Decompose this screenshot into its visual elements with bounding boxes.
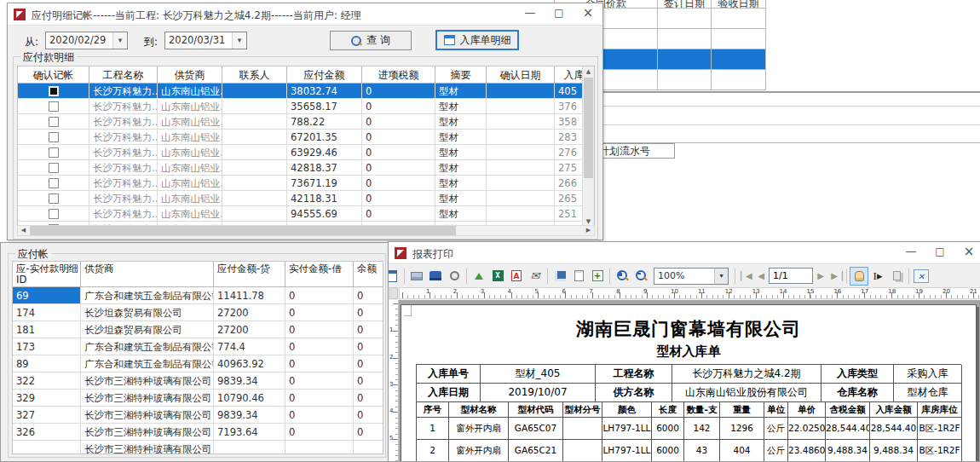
column-header[interactable]: 供货商 bbox=[81, 262, 214, 287]
table-row[interactable]: 174长沙坦森贸易有限公司2720000 bbox=[13, 304, 383, 321]
table-row[interactable]: 长沙万科魅力...山东南山铝业...42118.310型材265 bbox=[18, 191, 594, 206]
minimize-icon[interactable] bbox=[516, 3, 545, 24]
column-header[interactable]: 供货商 bbox=[158, 66, 222, 84]
scroll-right-icon[interactable] bbox=[583, 226, 594, 235]
zoom-out-icon[interactable] bbox=[631, 267, 650, 286]
cell-paid: 0 bbox=[285, 287, 354, 304]
design-icon[interactable] bbox=[389, 267, 401, 286]
title-bar[interactable]: 报表打印 bbox=[389, 242, 980, 264]
save-icon[interactable] bbox=[551, 267, 569, 286]
open-icon[interactable] bbox=[426, 267, 445, 286]
column-header[interactable]: 应付金额 bbox=[287, 66, 362, 84]
info-label: 入库日期 bbox=[417, 384, 481, 402]
cell-payable: 7193.64 bbox=[214, 424, 285, 441]
scroll-up-icon[interactable] bbox=[583, 66, 594, 77]
table-row[interactable]: 长沙万科魅力...山东南山铝业...35658.170型材376 bbox=[18, 99, 594, 114]
confirm-checkbox[interactable] bbox=[49, 132, 59, 142]
table-row[interactable]: 长沙市三湘特种玻璃有限公司 bbox=[13, 441, 383, 454]
table-row[interactable]: 181长沙坦森贸易有限公司2720000 bbox=[13, 321, 383, 338]
next-page-icon[interactable] bbox=[813, 269, 828, 284]
pan-hand-icon[interactable] bbox=[850, 267, 868, 286]
table-row[interactable]: 69广东合和建筑五金制品有限公司11411.7800 bbox=[13, 287, 383, 304]
from-label: 从: bbox=[25, 35, 38, 49]
confirm-checkbox[interactable] bbox=[49, 117, 59, 127]
table-row[interactable]: 89广东合和建筑五金制品有限公司40963.9200 bbox=[13, 355, 383, 372]
confirm-checkbox[interactable] bbox=[49, 101, 59, 112]
text-select-icon[interactable] bbox=[868, 267, 887, 286]
page-number-input[interactable] bbox=[769, 268, 813, 284]
query-button[interactable]: 查 询 bbox=[330, 31, 412, 50]
cell-payable: 40963.92 bbox=[214, 355, 285, 372]
close-icon[interactable] bbox=[954, 242, 980, 263]
copy-icon[interactable] bbox=[887, 267, 906, 286]
column-header[interactable]: 确认日期 bbox=[487, 66, 555, 84]
zoom-level-combo[interactable]: 100% bbox=[654, 268, 729, 285]
maximize-icon[interactable] bbox=[925, 242, 954, 263]
table-row[interactable]: 长沙万科魅力...山东南山铝业...63929.460型材276 bbox=[18, 145, 594, 160]
column-header[interactable]: 联系人 bbox=[222, 66, 287, 84]
page-setup-icon[interactable] bbox=[569, 267, 588, 286]
confirm-checkbox[interactable] bbox=[49, 178, 59, 188]
minimize-icon[interactable] bbox=[896, 242, 925, 263]
export-icon[interactable] bbox=[470, 267, 488, 286]
inbound-detail-button[interactable]: 入库单明细 bbox=[435, 30, 519, 50]
horizontal-scrollbar[interactable] bbox=[17, 225, 595, 236]
table-row[interactable]: 长沙万科魅力...山东南山铝业...67201.350型材283 bbox=[18, 130, 594, 145]
table-row[interactable]: 长沙万科魅力...山东南山铝业...42818.370型材275 bbox=[18, 160, 594, 176]
to-date-combo[interactable]: 2020/03/31 bbox=[164, 32, 247, 49]
column-header[interactable]: 应-实付款明细ID bbox=[13, 262, 81, 287]
column-header[interactable]: 实付金额-借 bbox=[285, 262, 354, 287]
confirm-checkbox[interactable] bbox=[49, 209, 59, 219]
last-page-icon[interactable] bbox=[828, 269, 844, 284]
settings-icon[interactable] bbox=[445, 267, 464, 286]
column-header[interactable]: 确认记帐 bbox=[18, 66, 89, 84]
zoom-level-value: 100% bbox=[654, 269, 714, 284]
chevron-down-icon[interactable] bbox=[112, 32, 127, 49]
previous-page-icon[interactable] bbox=[753, 269, 769, 284]
maximize-icon[interactable] bbox=[545, 3, 574, 24]
print-preview-area[interactable]: 12345 湖南巨晟门窗幕墙有限公司 型材入库单 入库单号型材_405工程名称长… bbox=[389, 300, 980, 461]
scroll-left-icon[interactable] bbox=[18, 226, 29, 235]
scrollbar-thumb[interactable] bbox=[30, 226, 456, 235]
chevron-down-icon[interactable] bbox=[232, 32, 246, 49]
table-row[interactable]: 173广东合和建筑五金制品有限公司774.400 bbox=[13, 338, 383, 355]
column-header[interactable]: 摘要 bbox=[435, 66, 487, 84]
cell: 窗外开内扇 bbox=[449, 440, 509, 461]
chevron-down-icon[interactable] bbox=[714, 269, 728, 284]
column-header[interactable]: 余额 bbox=[354, 262, 383, 287]
title-bar[interactable]: 应付明细记帐------当前工程: 长沙万科魅力之城4.2期------当前用户… bbox=[8, 3, 602, 26]
email-icon[interactable] bbox=[526, 267, 545, 286]
print-icon[interactable] bbox=[407, 267, 426, 286]
scrollbar-thumb[interactable] bbox=[584, 78, 593, 178]
close-icon[interactable] bbox=[574, 3, 602, 24]
confirm-checkbox[interactable] bbox=[49, 193, 59, 204]
confirm-checkbox[interactable] bbox=[49, 86, 59, 96]
table-row[interactable]: 长沙万科魅力...山东南山铝业...73671.190型材266 bbox=[18, 176, 594, 191]
table-row[interactable]: 长沙万科魅力...山东南山铝业...38032.740型材405 bbox=[18, 84, 594, 99]
confirm-checkbox[interactable] bbox=[49, 163, 59, 173]
confirm-checkbox[interactable] bbox=[49, 147, 59, 158]
table-row[interactable]: 322长沙市三湘特种玻璃有限公司9839.3400 bbox=[13, 372, 383, 390]
column-header[interactable]: 应付金额-贷 bbox=[214, 262, 285, 287]
ruler-number: 18 bbox=[888, 288, 896, 295]
pdf-export-icon[interactable] bbox=[507, 267, 526, 286]
close-preview-icon[interactable] bbox=[912, 267, 931, 286]
table-row[interactable]: 326长沙市三湘特种玻璃有限公司7193.6400 bbox=[13, 424, 383, 441]
zoom-in-icon[interactable] bbox=[613, 267, 631, 286]
add-page-icon[interactable] bbox=[588, 267, 607, 286]
table-header-row: 应-实付款明细ID供货商应付金额-贷实付金额-借余额 bbox=[13, 262, 383, 287]
vertical-scrollbar[interactable] bbox=[582, 66, 594, 227]
table-row[interactable]: 327长沙市三湘特种玻璃有限公司9839.3400 bbox=[13, 407, 383, 424]
cell: 1 bbox=[417, 418, 449, 440]
first-page-icon[interactable] bbox=[738, 269, 753, 284]
column-header: 序号 bbox=[417, 402, 449, 418]
table-row[interactable]: 长沙万科魅力...山东南山铝业...94555.690型材251 bbox=[18, 206, 594, 222]
from-date-combo[interactable]: 2020/02/29 bbox=[45, 32, 128, 49]
table-row[interactable]: 329长沙市三湘特种玻璃有限公司10790.4600 bbox=[13, 390, 383, 407]
cell: LH797-1LL bbox=[602, 440, 652, 461]
excel-export-icon[interactable] bbox=[488, 267, 507, 286]
cell: 公斤 bbox=[764, 440, 788, 461]
column-header[interactable]: 进项税额 bbox=[362, 66, 435, 84]
table-row[interactable]: 长沙万科魅力...山东南山铝业...788.220型材358 bbox=[18, 114, 594, 130]
column-header[interactable]: 工程名称 bbox=[89, 66, 158, 84]
